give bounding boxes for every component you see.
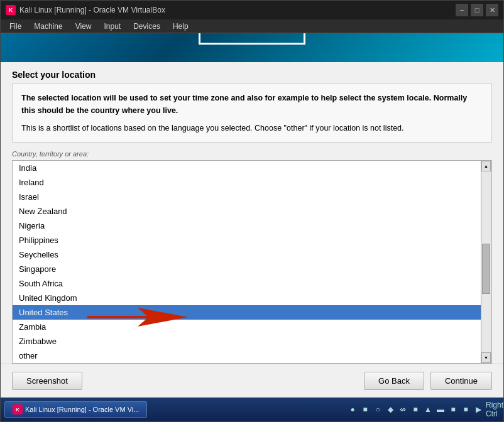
tray-icon-10: ■ xyxy=(461,404,471,414)
scroll-thumb xyxy=(482,244,490,294)
right-ctrl-label: Right Ctrl xyxy=(490,404,500,414)
list-item[interactable]: United Kingdom xyxy=(13,291,481,305)
scroll-track xyxy=(481,171,491,352)
list-item[interactable]: Zambia xyxy=(13,320,481,334)
close-button[interactable]: ✕ xyxy=(486,4,498,16)
window-title: Kali Linux [Running] - Oracle VM Virtual… xyxy=(19,6,456,14)
scroll-down-button[interactable]: ▼ xyxy=(481,352,491,363)
list-item[interactable]: Nigeria xyxy=(13,219,481,233)
list-item[interactable]: New Zealand xyxy=(13,204,481,219)
installer-body: Select your location The selected locati… xyxy=(1,62,503,398)
list-item[interactable]: Ireland xyxy=(13,175,481,190)
country-list-wrapper: IndiaIrelandIsraelNew ZealandNigeriaPhil… xyxy=(12,160,492,364)
list-item[interactable]: Israel xyxy=(13,190,481,204)
list-item[interactable]: South Africa xyxy=(13,276,481,291)
button-row: Screenshot Go Back Continue xyxy=(1,364,503,398)
tray-icon-4: ◆ xyxy=(385,404,395,414)
taskbar-tray: ● ■ ○ ◆ ⇎ ■ ▲ ▬ ■ ■ ▶ Right Ctrl xyxy=(348,404,500,414)
tray-icon-1: ● xyxy=(348,404,358,414)
screenshot-button[interactable]: Screenshot xyxy=(12,372,82,390)
menu-input[interactable]: Input xyxy=(98,21,128,32)
go-back-button[interactable]: Go Back xyxy=(364,372,424,390)
menu-help[interactable]: Help xyxy=(167,21,195,32)
list-item[interactable]: India xyxy=(13,161,481,175)
list-item[interactable]: Philippines xyxy=(13,233,481,247)
tray-icon-11: ▶ xyxy=(473,404,483,414)
country-list[interactable]: IndiaIrelandIsraelNew ZealandNigeriaPhil… xyxy=(12,160,481,364)
vm-content: KALI Select your location The selected l… xyxy=(1,33,503,398)
app-icon: K xyxy=(6,5,16,15)
menu-file[interactable]: File xyxy=(3,21,28,32)
info-line1-text: The selected location will be used to se… xyxy=(21,94,431,102)
nav-buttons: Go Back Continue xyxy=(364,372,492,390)
continue-button[interactable]: Continue xyxy=(430,372,492,390)
tray-icon-6: ■ xyxy=(410,404,420,414)
list-item[interactable]: other xyxy=(13,349,481,363)
maximize-button[interactable]: □ xyxy=(471,4,483,16)
taskbar-app-icon: K xyxy=(13,404,23,414)
scroll-up-button[interactable]: ▲ xyxy=(481,161,491,171)
menu-machine[interactable]: Machine xyxy=(28,21,68,32)
list-item[interactable]: Seychelles xyxy=(13,247,481,262)
list-item[interactable]: Singapore xyxy=(13,262,481,276)
virtualbox-window: K Kali Linux [Running] - Oracle VM Virtu… xyxy=(0,0,504,422)
tray-icon-3: ○ xyxy=(373,404,383,414)
minimize-button[interactable]: − xyxy=(456,4,468,16)
tray-icon-9: ■ xyxy=(448,404,458,414)
scrollbar: ▲ ▼ xyxy=(481,160,492,364)
title-bar: K Kali Linux [Running] - Oracle VM Virtu… xyxy=(1,1,503,19)
page-title: Select your location xyxy=(1,62,503,84)
info-line1: The selected location will be used to se… xyxy=(21,92,483,117)
menu-bar: File Machine View Input Devices Help xyxy=(1,19,503,33)
kali-logo: KALI xyxy=(199,33,305,45)
taskbar-app[interactable]: K Kali Linux [Running] - Oracle VM Vi... xyxy=(4,401,147,418)
taskbar: K Kali Linux [Running] - Oracle VM Vi...… xyxy=(1,398,503,421)
menu-devices[interactable]: Devices xyxy=(127,21,167,32)
info-box: The selected location will be used to se… xyxy=(12,84,492,143)
taskbar-app-label: Kali Linux [Running] - Oracle VM Vi... xyxy=(25,406,139,413)
tray-icon-7: ▲ xyxy=(423,404,433,414)
field-label: Country, territory or area: xyxy=(1,149,503,160)
tray-icon-5: ⇎ xyxy=(398,404,408,414)
list-item[interactable]: Zimbabwe xyxy=(13,334,481,349)
menu-view[interactable]: View xyxy=(69,21,98,32)
tray-icon-8: ▬ xyxy=(436,404,446,414)
kali-header: KALI xyxy=(1,33,503,62)
info-line3: This is a shortlist of locations based o… xyxy=(21,122,483,134)
window-controls: − □ ✕ xyxy=(456,4,498,16)
list-item[interactable]: United States xyxy=(13,305,481,320)
tray-icon-2: ■ xyxy=(360,404,370,414)
